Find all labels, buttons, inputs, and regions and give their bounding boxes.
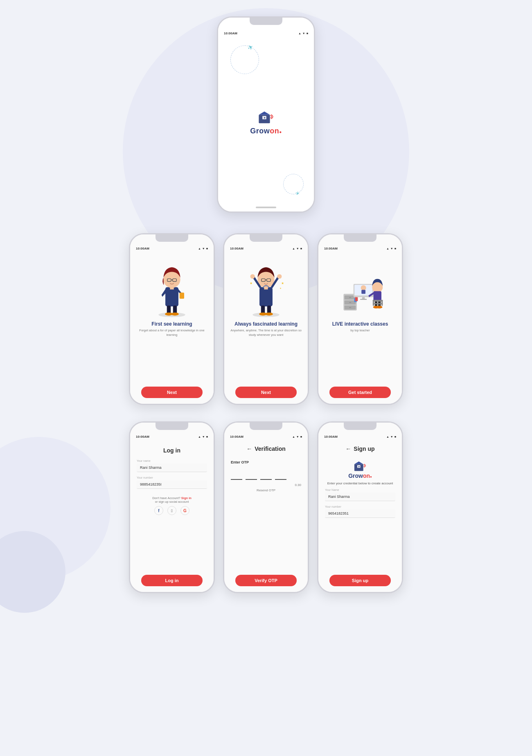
- signup-title-row: ← Sign up: [340, 446, 380, 452]
- phone-volume-down-button: [317, 488, 318, 502]
- battery-icon: ■: [206, 247, 208, 250]
- svg-text:★: ★: [281, 281, 284, 285]
- next-button-2[interactable]: Next: [235, 387, 297, 398]
- otp-section: Enter OTP 0.30 Resend OTP: [224, 460, 308, 492]
- onboarding-phone-1: 10:00AM ▲ ▼ ■: [129, 233, 215, 405]
- signal-icon: ▲: [292, 247, 295, 250]
- social-signin-section: Don't have Account? Sign in or sign up s…: [152, 496, 192, 515]
- signup-name-label: Your Name: [325, 488, 395, 491]
- svg-rect-17: [259, 287, 273, 306]
- signup-number-group: Your number: [318, 505, 402, 518]
- get-started-button[interactable]: Get started: [329, 387, 391, 398]
- login-number-input[interactable]: [137, 480, 207, 489]
- phone-volume-up-button: [223, 281, 224, 296]
- onboard-desc-3: by top teacher: [344, 328, 376, 333]
- verification-title-row: ← Verification: [241, 446, 291, 452]
- onboarding-phone-3: 10:00AM ▲ ▼ ■: [317, 233, 403, 405]
- status-time: 10:00AM: [136, 247, 149, 250]
- signal-icon: ▲: [198, 435, 201, 438]
- status-icons: ▲ ▼ ■: [198, 435, 208, 438]
- phone-power-button: [308, 275, 309, 292]
- signup-name-group: Your Name: [318, 488, 402, 501]
- svg-marker-1: [259, 111, 270, 115]
- login-button[interactable]: Log in: [141, 575, 203, 586]
- phone-power-button: [308, 464, 309, 480]
- otp-inputs-row: [231, 468, 301, 480]
- status-bar: 10:00AM ▲ ▼ ■: [218, 29, 314, 37]
- logo-wifi-dot: ●: [279, 130, 282, 134]
- status-time: 10:00AM: [324, 435, 338, 439]
- svg-point-22: [250, 274, 255, 279]
- svg-rect-48: [374, 291, 382, 301]
- onboarding-section: 10:00AM ▲ ▼ ■: [0, 225, 532, 413]
- google-login-button[interactable]: G: [180, 506, 189, 515]
- verification-phone: 10:00AM ▲ ▼ ■ ← Verification Enter OTP: [223, 421, 309, 593]
- status-icons: ▲ ▼ ■: [386, 435, 396, 438]
- signal-icon: ▲: [298, 32, 301, 35]
- phone-mute-button: [217, 50, 218, 61]
- battery-icon: ■: [394, 247, 396, 250]
- social-icons-row: f  G: [154, 506, 189, 515]
- status-bar: 10:00AM ▲ ▼ ■: [318, 244, 402, 252]
- facebook-login-button[interactable]: f: [154, 506, 163, 515]
- logo-accent: on: [270, 127, 279, 135]
- app-logo: Growon●: [250, 109, 282, 135]
- battery-icon: ■: [394, 435, 396, 438]
- next-button-1[interactable]: Next: [141, 387, 203, 398]
- auth-section: 10:00AM ▲ ▼ ■ Log in Your name Your numb…: [0, 413, 532, 601]
- login-name-input[interactable]: [137, 464, 207, 472]
- login-phone: 10:00AM ▲ ▼ ■ Log in Your name Your numb…: [129, 421, 215, 593]
- svg-rect-56: [373, 303, 383, 304]
- status-bar: 10:00AM ▲ ▼ ■: [130, 244, 214, 252]
- back-arrow-icon[interactable]: ←: [246, 446, 252, 452]
- phone-volume-up-button: [129, 470, 130, 484]
- svg-rect-53: [373, 300, 383, 302]
- onboarding-phone-2: 10:00AM ▲ ▼ ■: [223, 233, 309, 405]
- otp-input-4[interactable]: [275, 468, 286, 480]
- status-bar: 10:00AM ▲ ▼ ■: [318, 432, 402, 441]
- logo-icon: [256, 109, 276, 125]
- svg-rect-15: [170, 286, 174, 290]
- svg-rect-10: [180, 292, 184, 299]
- dashed-circle-decoration-bottom: [283, 174, 304, 194]
- phone-power-button: [214, 275, 215, 292]
- signup-button[interactable]: Sign up: [329, 575, 391, 586]
- wifi-icon: ▼: [296, 435, 299, 438]
- apple-login-button[interactable]: : [167, 506, 176, 515]
- sign-in-link[interactable]: Sign in: [181, 496, 192, 500]
- signup-logo-icon: [352, 459, 368, 473]
- otp-input-2[interactable]: [246, 468, 257, 480]
- status-icons: ▲ ▼ ■: [386, 247, 396, 250]
- phone-power-button: [314, 59, 315, 75]
- girl-standing-illustration: [145, 256, 198, 318]
- wifi-icon: ▼: [390, 247, 393, 250]
- verification-title: Verification: [255, 446, 285, 452]
- logo-text: Growon●: [250, 127, 282, 135]
- svg-marker-58: [354, 461, 363, 464]
- otp-input-1[interactable]: [231, 468, 242, 480]
- verify-otp-button[interactable]: Verify OTP: [235, 575, 297, 586]
- svg-point-27: [265, 313, 273, 316]
- phone-volume-down-button: [223, 300, 224, 314]
- otp-input-3[interactable]: [260, 468, 272, 480]
- signup-name-input[interactable]: [325, 493, 395, 501]
- onboard-desc-1: Forget about a for of paper all knowledg…: [130, 328, 214, 337]
- splash-phone: 10:00AM ▲ ▼ ■ ✈: [217, 16, 315, 213]
- battery-icon: ■: [206, 435, 208, 438]
- login-name-group: Your name: [130, 459, 214, 472]
- signup-number-input[interactable]: [325, 509, 395, 518]
- resend-otp-button[interactable]: Resend OTP: [231, 488, 301, 492]
- onboard-title-1: First see learning: [147, 321, 196, 327]
- svg-rect-28: [264, 286, 268, 290]
- battery-icon: ■: [300, 435, 302, 438]
- phone-volume-down-button: [217, 83, 218, 97]
- wifi-icon: ▼: [202, 247, 205, 250]
- back-arrow-signup-icon[interactable]: ←: [345, 446, 351, 452]
- svg-text:★: ★: [250, 281, 252, 285]
- login-name-label: Your name: [137, 459, 207, 462]
- onboard-desc-2: Anywhere, anytime. The time is at your d…: [224, 328, 308, 337]
- phone-volume-up-button: [129, 281, 130, 296]
- home-indicator: [256, 207, 276, 208]
- svg-rect-44: [360, 299, 367, 299]
- svg-rect-42: [361, 290, 365, 294]
